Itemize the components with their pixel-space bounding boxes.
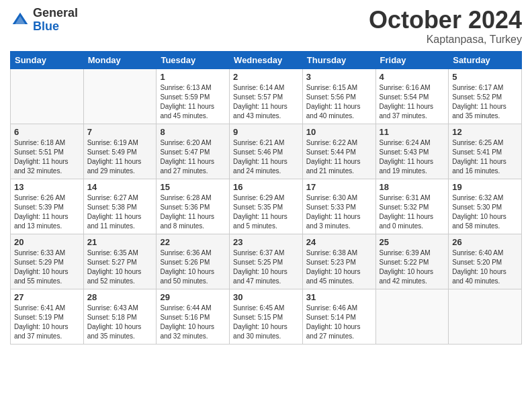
header: General Blue October 2024 Kaptanpasa, Tu… [10, 7, 522, 46]
sunrise-text: Sunrise: 6:27 AM [87, 193, 153, 203]
daylight-text: Daylight: 11 hours and 37 minutes. [380, 102, 445, 121]
sunrise-text: Sunrise: 6:19 AM [87, 138, 153, 148]
day-info: Sunrise: 6:36 AMSunset: 5:26 PMDaylight:… [160, 248, 226, 286]
sunset-text: Sunset: 5:57 PM [233, 93, 299, 102]
table-row: 19Sunrise: 6:32 AMSunset: 5:30 PMDayligh… [449, 179, 522, 234]
day-info: Sunrise: 6:28 AMSunset: 5:36 PMDaylight:… [160, 193, 226, 231]
calendar-week-4: 20Sunrise: 6:33 AMSunset: 5:29 PMDayligh… [11, 234, 522, 289]
day-info: Sunrise: 6:37 AMSunset: 5:25 PMDaylight:… [233, 248, 299, 286]
day-info: Sunrise: 6:43 AMSunset: 5:18 PMDaylight:… [87, 304, 153, 341]
day-info: Sunrise: 6:13 AMSunset: 5:59 PMDaylight:… [160, 83, 226, 121]
sunset-text: Sunset: 5:14 PM [306, 313, 372, 322]
logo-text: General Blue [33, 7, 78, 34]
daylight-text: Daylight: 10 hours and 37 minutes. [14, 322, 80, 341]
table-row: 2Sunrise: 6:14 AMSunset: 5:57 PMDaylight… [230, 68, 303, 124]
logo-icon [10, 10, 30, 30]
daylight-text: Daylight: 10 hours and 45 minutes. [306, 267, 372, 286]
sunrise-text: Sunrise: 6:15 AM [306, 83, 372, 93]
daylight-text: Daylight: 11 hours and 21 minutes. [306, 157, 372, 176]
sunset-text: Sunset: 5:51 PM [14, 148, 80, 157]
sunset-text: Sunset: 5:16 PM [160, 313, 226, 322]
day-info: Sunrise: 6:26 AMSunset: 5:39 PMDaylight:… [14, 193, 80, 231]
title-section: October 2024 Kaptanpasa, Turkey [369, 7, 522, 46]
logo-general: General [33, 7, 78, 20]
calendar-week-1: 1Sunrise: 6:13 AMSunset: 5:59 PMDaylight… [11, 68, 522, 124]
day-info: Sunrise: 6:18 AMSunset: 5:51 PMDaylight:… [14, 138, 80, 176]
day-number: 3 [306, 72, 372, 82]
day-number: 11 [380, 127, 445, 137]
sunset-text: Sunset: 5:49 PM [87, 148, 153, 157]
daylight-text: Daylight: 10 hours and 52 minutes. [87, 267, 153, 286]
day-info: Sunrise: 6:29 AMSunset: 5:35 PMDaylight:… [233, 193, 299, 231]
calendar-week-5: 27Sunrise: 6:41 AMSunset: 5:19 PMDayligh… [11, 289, 522, 344]
daylight-text: Daylight: 11 hours and 3 minutes. [306, 212, 372, 231]
daylight-text: Daylight: 11 hours and 8 minutes. [160, 212, 226, 231]
calendar-header-row: Sunday Monday Tuesday Wednesday Thursday… [11, 51, 522, 68]
col-saturday: Saturday [449, 51, 522, 68]
table-row: 16Sunrise: 6:29 AMSunset: 5:35 PMDayligh… [230, 179, 303, 234]
day-number: 29 [160, 292, 226, 302]
daylight-text: Daylight: 11 hours and 11 minutes. [87, 212, 153, 231]
daylight-text: Daylight: 10 hours and 50 minutes. [160, 267, 226, 286]
sunrise-text: Sunrise: 6:22 AM [306, 138, 372, 148]
daylight-text: Daylight: 11 hours and 43 minutes. [233, 102, 299, 121]
day-info: Sunrise: 6:17 AMSunset: 5:52 PMDaylight:… [452, 83, 518, 121]
sunset-text: Sunset: 5:54 PM [380, 93, 445, 102]
table-row: 13Sunrise: 6:26 AMSunset: 5:39 PMDayligh… [11, 179, 84, 234]
sunset-text: Sunset: 5:38 PM [87, 203, 153, 212]
day-number: 26 [452, 237, 518, 247]
day-number: 27 [14, 292, 80, 302]
table-row: 15Sunrise: 6:28 AMSunset: 5:36 PMDayligh… [157, 179, 230, 234]
calendar-week-2: 6Sunrise: 6:18 AMSunset: 5:51 PMDaylight… [11, 124, 522, 179]
sunrise-text: Sunrise: 6:41 AM [14, 304, 80, 313]
page: General Blue October 2024 Kaptanpasa, Tu… [0, 0, 532, 411]
day-number: 16 [233, 182, 299, 192]
day-number: 8 [160, 127, 226, 137]
daylight-text: Daylight: 11 hours and 40 minutes. [306, 102, 372, 121]
sunrise-text: Sunrise: 6:37 AM [233, 248, 299, 258]
daylight-text: Daylight: 11 hours and 24 minutes. [233, 157, 299, 176]
day-number: 25 [380, 237, 445, 247]
sunrise-text: Sunrise: 6:36 AM [160, 248, 226, 258]
day-number: 9 [233, 127, 299, 137]
sunrise-text: Sunrise: 6:40 AM [452, 248, 518, 258]
col-friday: Friday [375, 51, 449, 68]
sunrise-text: Sunrise: 6:44 AM [160, 304, 226, 313]
sunset-text: Sunset: 5:39 PM [14, 203, 80, 212]
table-row: 28Sunrise: 6:43 AMSunset: 5:18 PMDayligh… [83, 289, 157, 344]
sunset-text: Sunset: 5:35 PM [233, 203, 299, 212]
day-info: Sunrise: 6:33 AMSunset: 5:29 PMDaylight:… [14, 248, 80, 286]
day-number: 15 [160, 182, 226, 192]
table-row: 5Sunrise: 6:17 AMSunset: 5:52 PMDaylight… [449, 68, 522, 124]
table-row: 29Sunrise: 6:44 AMSunset: 5:16 PMDayligh… [157, 289, 230, 344]
table-row: 10Sunrise: 6:22 AMSunset: 5:44 PMDayligh… [302, 124, 375, 179]
sunset-text: Sunset: 5:33 PM [306, 203, 372, 212]
sunrise-text: Sunrise: 6:43 AM [87, 304, 153, 313]
table-row: 14Sunrise: 6:27 AMSunset: 5:38 PMDayligh… [83, 179, 157, 234]
day-info: Sunrise: 6:25 AMSunset: 5:41 PMDaylight:… [452, 138, 518, 176]
day-number: 19 [452, 182, 518, 192]
table-row: 24Sunrise: 6:38 AMSunset: 5:23 PMDayligh… [302, 234, 375, 289]
table-row: 18Sunrise: 6:31 AMSunset: 5:32 PMDayligh… [375, 179, 449, 234]
day-number: 2 [233, 72, 299, 82]
sunset-text: Sunset: 5:22 PM [380, 258, 445, 267]
day-info: Sunrise: 6:14 AMSunset: 5:57 PMDaylight:… [233, 83, 299, 121]
sunset-text: Sunset: 5:59 PM [160, 93, 226, 102]
day-info: Sunrise: 6:38 AMSunset: 5:23 PMDaylight:… [306, 248, 372, 286]
sunrise-text: Sunrise: 6:29 AM [233, 193, 299, 203]
table-row: 21Sunrise: 6:35 AMSunset: 5:27 PMDayligh… [83, 234, 157, 289]
sunrise-text: Sunrise: 6:26 AM [14, 193, 80, 203]
sunrise-text: Sunrise: 6:18 AM [14, 138, 80, 148]
day-number: 22 [160, 237, 226, 247]
day-number: 14 [87, 182, 153, 192]
table-row: 9Sunrise: 6:21 AMSunset: 5:46 PMDaylight… [230, 124, 303, 179]
table-row: 23Sunrise: 6:37 AMSunset: 5:25 PMDayligh… [230, 234, 303, 289]
day-number: 18 [380, 182, 445, 192]
table-row: 8Sunrise: 6:20 AMSunset: 5:47 PMDaylight… [157, 124, 230, 179]
location-subtitle: Kaptanpasa, Turkey [369, 34, 522, 46]
sunrise-text: Sunrise: 6:39 AM [380, 248, 445, 258]
table-row: 17Sunrise: 6:30 AMSunset: 5:33 PMDayligh… [302, 179, 375, 234]
sunset-text: Sunset: 5:18 PM [87, 313, 153, 322]
sunset-text: Sunset: 5:30 PM [452, 203, 518, 212]
day-info: Sunrise: 6:21 AMSunset: 5:46 PMDaylight:… [233, 138, 299, 176]
